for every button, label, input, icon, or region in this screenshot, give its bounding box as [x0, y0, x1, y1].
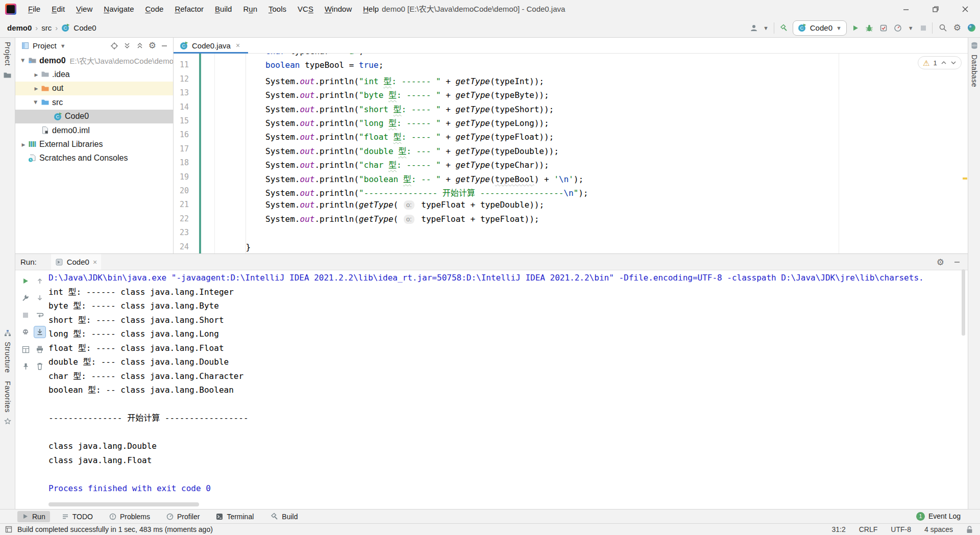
structure-icon[interactable] — [4, 329, 11, 337]
close-button[interactable] — [950, 0, 980, 18]
menu-refactor[interactable]: Refactor — [169, 5, 209, 13]
menu-vcs[interactable]: VCS — [292, 5, 319, 13]
chevron-collapsed-icon[interactable]: ▸ — [32, 70, 41, 79]
tree-item-src[interactable]: ▸src — [15, 95, 174, 109]
profiler-icon[interactable] — [894, 24, 902, 32]
star-icon[interactable] — [4, 418, 11, 425]
project-folder-icon[interactable] — [3, 71, 12, 80]
debug-icon[interactable] — [865, 24, 873, 32]
breadcrumb-project[interactable]: demo0 — [7, 23, 32, 32]
code-editor[interactable]: 10 char typeChar = 'a';11 boolean typeBo… — [174, 54, 962, 253]
menu-build[interactable]: Build — [209, 5, 237, 13]
chevron-up-icon[interactable] — [941, 61, 947, 65]
stop2-button[interactable] — [19, 309, 32, 321]
tool-strip-structure[interactable]: Structure — [4, 342, 12, 373]
locate-icon[interactable] — [110, 42, 118, 50]
tool-window-tab-build[interactable]: Build — [265, 511, 302, 522]
horizontal-scrollbar[interactable] — [48, 502, 199, 506]
run-icon[interactable] — [852, 24, 859, 32]
tree-item-label: External Libraries — [39, 140, 103, 149]
menu-code[interactable]: Code — [140, 5, 169, 13]
close-icon[interactable]: × — [236, 41, 240, 49]
minimize-button[interactable] — [891, 0, 921, 18]
expand-all-icon[interactable] — [123, 42, 131, 50]
tree-item--idea[interactable]: ▸.idea — [15, 67, 174, 81]
tool-window-switcher-icon[interactable] — [5, 526, 12, 533]
project-panel-title[interactable]: Project — [33, 41, 57, 50]
tool-window-tab-run[interactable]: Run — [17, 511, 50, 522]
event-log-button[interactable]: 1 Event Log — [916, 509, 961, 523]
run-tab-code0[interactable]: Code0 × — [51, 254, 101, 270]
down-button[interactable] — [34, 292, 46, 304]
menu-tools[interactable]: Tools — [263, 5, 292, 13]
tool-window-tab-todo[interactable]: TODO — [57, 511, 97, 522]
inspection-widget[interactable]: ⚠ 1 — [918, 56, 962, 69]
tree-item-demo0[interactable]: ▸demo0E:\农大\Java\demoCode\demo0 — [15, 54, 174, 67]
tool-window-tab-problems[interactable]: Problems — [105, 511, 155, 522]
settings-icon[interactable]: ⚙ — [149, 41, 156, 50]
vertical-scrollbar[interactable] — [962, 269, 965, 336]
pin-button[interactable] — [19, 360, 32, 372]
up-button[interactable] — [34, 275, 46, 287]
tool-strip-project[interactable]: Project — [4, 42, 12, 66]
database-icon[interactable] — [971, 42, 978, 49]
soft-wrap-button[interactable] — [34, 309, 46, 321]
status-bar: Build completed successfully in 1 sec, 4… — [0, 523, 980, 535]
class-icon: C — [180, 41, 188, 50]
tab-code0-java[interactable]: C Code0.java × — [174, 38, 246, 53]
collapse-all-icon[interactable] — [136, 42, 144, 50]
chevron-expanded-icon[interactable]: ▸ — [19, 56, 28, 65]
scroll-end-button[interactable] — [34, 326, 46, 338]
breadcrumb-file[interactable]: Code0 — [74, 23, 96, 32]
line-ending[interactable]: CRLF — [859, 525, 878, 533]
hide-icon[interactable] — [161, 42, 168, 49]
build-hammer-icon[interactable] — [779, 24, 788, 32]
print-button[interactable] — [34, 343, 46, 355]
tree-item-demo0-iml[interactable]: demo0.iml — [15, 123, 174, 137]
close-icon[interactable]: × — [93, 258, 97, 266]
tool-strip-database[interactable]: Database — [970, 55, 978, 87]
tree-item-scratches-and-consoles[interactable]: Scratches and Consoles — [15, 151, 174, 165]
hide-icon[interactable] — [953, 259, 961, 266]
caret-position[interactable]: 31:2 — [831, 525, 845, 533]
menu-window[interactable]: Window — [319, 5, 357, 13]
chevron-down-icon[interactable]: ▼ — [60, 43, 66, 49]
coverage-icon[interactable] — [879, 24, 888, 32]
line-number: 17 — [174, 144, 189, 154]
tool-window-tab-terminal[interactable]: Terminal — [211, 511, 258, 522]
menu-edit[interactable]: Edit — [46, 5, 70, 13]
layout-button[interactable] — [19, 343, 32, 355]
settings-icon[interactable]: ⚙ — [937, 258, 944, 267]
tree-item-out[interactable]: ▸out — [15, 82, 174, 95]
file-encoding[interactable]: UTF-8 — [891, 525, 911, 533]
run-configuration-select[interactable]: C Code0 ▼ — [793, 20, 847, 36]
menu-navigate[interactable]: Navigate — [98, 5, 139, 13]
menu-help[interactable]: Help — [357, 5, 384, 13]
stop-icon[interactable] — [920, 24, 927, 32]
tree-item-external-libraries[interactable]: ▸External Libraries — [15, 137, 174, 151]
breadcrumb-src[interactable]: src — [41, 23, 52, 32]
menu-file[interactable]: File — [22, 5, 46, 13]
clear-button[interactable] — [34, 360, 46, 372]
menu-run[interactable]: Run — [237, 5, 263, 13]
chevron-collapsed-icon[interactable]: ▸ — [19, 140, 28, 148]
rerun-button[interactable] — [19, 275, 32, 287]
search-icon[interactable] — [939, 23, 947, 32]
indent-setting[interactable]: 4 spaces — [924, 525, 953, 533]
restore-button[interactable] — [921, 0, 950, 18]
chevron-down-icon[interactable] — [950, 61, 957, 65]
chevron-expanded-icon[interactable]: ▸ — [32, 98, 40, 107]
menu-view[interactable]: View — [70, 5, 98, 13]
scrollbar-warning-mark[interactable] — [963, 177, 967, 180]
plugin-sphere-icon[interactable] — [967, 23, 976, 32]
user-icon[interactable] — [750, 24, 758, 32]
wrench-button[interactable] — [19, 292, 32, 304]
kill-button[interactable] — [19, 326, 32, 338]
code-line-19: 19 System.out.println("boolean 型: -- " +… — [174, 172, 962, 186]
settings-icon[interactable]: ⚙ — [953, 23, 961, 32]
tool-strip-favorites[interactable]: Favorites — [4, 381, 12, 413]
readonly-lock-icon[interactable] — [966, 526, 973, 533]
tree-item-code0[interactable]: CCode0 — [15, 110, 174, 123]
chevron-collapsed-icon[interactable]: ▸ — [32, 84, 41, 92]
tool-window-tab-profiler[interactable]: Profiler — [162, 511, 204, 522]
